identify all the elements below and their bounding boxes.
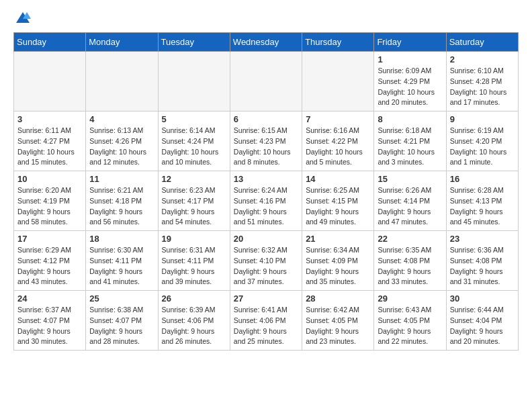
day-number: 8 [378, 114, 442, 124]
day-info: Sunrise: 6:37 AM Sunset: 4:07 PM Dayligh… [17, 305, 82, 347]
weekday-header-tuesday: Tuesday [158, 33, 230, 52]
calendar-cell: 23Sunrise: 6:36 AM Sunset: 4:08 PM Dayli… [446, 231, 518, 291]
calendar-cell: 5Sunrise: 6:14 AM Sunset: 4:24 PM Daylig… [158, 111, 230, 171]
day-info: Sunrise: 6:28 AM Sunset: 4:13 PM Dayligh… [450, 185, 515, 228]
calendar-cell: 22Sunrise: 6:35 AM Sunset: 4:08 PM Dayli… [374, 231, 446, 291]
calendar-cell: 3Sunrise: 6:11 AM Sunset: 4:27 PM Daylig… [14, 111, 86, 171]
weekday-header-friday: Friday [374, 33, 446, 52]
calendar-cell: 16Sunrise: 6:28 AM Sunset: 4:13 PM Dayli… [446, 171, 518, 231]
day-info: Sunrise: 6:31 AM Sunset: 4:11 PM Dayligh… [162, 245, 226, 287]
calendar-cell [158, 52, 230, 111]
header [13, 11, 519, 24]
logo-icon [15, 11, 31, 24]
weekday-header-thursday: Thursday [302, 33, 374, 52]
day-number: 24 [17, 293, 82, 304]
day-number: 18 [89, 234, 154, 244]
day-info: Sunrise: 6:36 AM Sunset: 4:08 PM Dayligh… [450, 245, 515, 287]
day-number: 12 [162, 174, 226, 184]
weekday-header-monday: Monday [86, 33, 158, 52]
calendar-cell: 15Sunrise: 6:26 AM Sunset: 4:14 PM Dayli… [374, 171, 446, 231]
day-info: Sunrise: 6:19 AM Sunset: 4:20 PM Dayligh… [450, 126, 515, 168]
day-number: 7 [306, 114, 370, 124]
day-info: Sunrise: 6:32 AM Sunset: 4:10 PM Dayligh… [234, 245, 298, 287]
day-info: Sunrise: 6:18 AM Sunset: 4:21 PM Dayligh… [378, 126, 442, 168]
weekday-header-sunday: Sunday [14, 33, 86, 52]
day-info: Sunrise: 6:09 AM Sunset: 4:29 PM Dayligh… [378, 66, 442, 108]
calendar-cell: 4Sunrise: 6:13 AM Sunset: 4:26 PM Daylig… [86, 111, 158, 171]
day-number: 4 [89, 114, 154, 124]
day-number: 9 [450, 114, 515, 124]
calendar-cell [302, 52, 374, 111]
weekday-header-saturday: Saturday [446, 33, 518, 52]
day-info: Sunrise: 6:13 AM Sunset: 4:26 PM Dayligh… [89, 126, 154, 168]
page-container: SundayMondayTuesdayWednesdayThursdayFrid… [0, 0, 532, 361]
day-number: 22 [378, 234, 442, 244]
calendar-cell: 7Sunrise: 6:16 AM Sunset: 4:22 PM Daylig… [302, 111, 374, 171]
day-info: Sunrise: 6:38 AM Sunset: 4:07 PM Dayligh… [89, 305, 154, 347]
calendar-cell [86, 52, 158, 111]
day-number: 13 [234, 174, 298, 184]
day-number: 23 [450, 234, 515, 244]
day-number: 16 [450, 174, 515, 184]
day-info: Sunrise: 6:15 AM Sunset: 4:23 PM Dayligh… [234, 126, 298, 168]
day-number: 29 [378, 293, 442, 304]
calendar-cell: 1Sunrise: 6:09 AM Sunset: 4:29 PM Daylig… [374, 52, 446, 111]
day-info: Sunrise: 6:42 AM Sunset: 4:05 PM Dayligh… [306, 305, 370, 347]
calendar-header: SundayMondayTuesdayWednesdayThursdayFrid… [14, 33, 519, 52]
calendar-cell: 21Sunrise: 6:34 AM Sunset: 4:09 PM Dayli… [302, 231, 374, 291]
calendar-cell: 8Sunrise: 6:18 AM Sunset: 4:21 PM Daylig… [374, 111, 446, 171]
calendar-week-1: 3Sunrise: 6:11 AM Sunset: 4:27 PM Daylig… [14, 111, 519, 171]
day-number: 14 [306, 174, 370, 184]
day-info: Sunrise: 6:44 AM Sunset: 4:04 PM Dayligh… [450, 305, 515, 347]
calendar-cell: 28Sunrise: 6:42 AM Sunset: 4:05 PM Dayli… [302, 291, 374, 351]
day-number: 10 [17, 174, 82, 184]
calendar-cell: 20Sunrise: 6:32 AM Sunset: 4:10 PM Dayli… [230, 231, 302, 291]
calendar-cell: 6Sunrise: 6:15 AM Sunset: 4:23 PM Daylig… [230, 111, 302, 171]
calendar-cell: 25Sunrise: 6:38 AM Sunset: 4:07 PM Dayli… [86, 291, 158, 351]
calendar-cell: 19Sunrise: 6:31 AM Sunset: 4:11 PM Dayli… [158, 231, 230, 291]
calendar-cell: 12Sunrise: 6:23 AM Sunset: 4:17 PM Dayli… [158, 171, 230, 231]
day-info: Sunrise: 6:24 AM Sunset: 4:16 PM Dayligh… [234, 185, 298, 228]
day-info: Sunrise: 6:11 AM Sunset: 4:27 PM Dayligh… [17, 126, 82, 168]
day-info: Sunrise: 6:35 AM Sunset: 4:08 PM Dayligh… [378, 245, 442, 287]
weekday-header-row: SundayMondayTuesdayWednesdayThursdayFrid… [14, 33, 519, 52]
day-info: Sunrise: 6:10 AM Sunset: 4:28 PM Dayligh… [450, 66, 515, 108]
calendar-week-4: 24Sunrise: 6:37 AM Sunset: 4:07 PM Dayli… [14, 291, 519, 351]
calendar-cell: 13Sunrise: 6:24 AM Sunset: 4:16 PM Dayli… [230, 171, 302, 231]
day-number: 25 [89, 293, 154, 304]
day-number: 15 [378, 174, 442, 184]
day-info: Sunrise: 6:23 AM Sunset: 4:17 PM Dayligh… [162, 185, 226, 228]
day-number: 30 [450, 293, 515, 304]
day-info: Sunrise: 6:20 AM Sunset: 4:19 PM Dayligh… [17, 185, 82, 228]
calendar-table: SundayMondayTuesdayWednesdayThursdayFrid… [13, 32, 519, 351]
day-number: 6 [234, 114, 298, 124]
calendar-cell: 18Sunrise: 6:30 AM Sunset: 4:11 PM Dayli… [86, 231, 158, 291]
day-number: 1 [378, 54, 442, 64]
calendar-cell: 26Sunrise: 6:39 AM Sunset: 4:06 PM Dayli… [158, 291, 230, 351]
calendar-cell: 2Sunrise: 6:10 AM Sunset: 4:28 PM Daylig… [446, 52, 518, 111]
day-info: Sunrise: 6:14 AM Sunset: 4:24 PM Dayligh… [162, 126, 226, 168]
day-info: Sunrise: 6:16 AM Sunset: 4:22 PM Dayligh… [306, 126, 370, 168]
day-number: 28 [306, 293, 370, 304]
calendar-cell: 11Sunrise: 6:21 AM Sunset: 4:18 PM Dayli… [86, 171, 158, 231]
day-number: 19 [162, 234, 226, 244]
day-info: Sunrise: 6:29 AM Sunset: 4:12 PM Dayligh… [17, 245, 82, 287]
day-info: Sunrise: 6:25 AM Sunset: 4:15 PM Dayligh… [306, 185, 370, 228]
day-info: Sunrise: 6:30 AM Sunset: 4:11 PM Dayligh… [89, 245, 154, 287]
calendar-cell: 30Sunrise: 6:44 AM Sunset: 4:04 PM Dayli… [446, 291, 518, 351]
day-info: Sunrise: 6:39 AM Sunset: 4:06 PM Dayligh… [162, 305, 226, 347]
day-number: 11 [89, 174, 154, 184]
calendar-week-0: 1Sunrise: 6:09 AM Sunset: 4:29 PM Daylig… [14, 52, 519, 111]
calendar-cell [14, 52, 86, 111]
calendar-cell: 27Sunrise: 6:41 AM Sunset: 4:06 PM Dayli… [230, 291, 302, 351]
day-info: Sunrise: 6:41 AM Sunset: 4:06 PM Dayligh… [234, 305, 298, 347]
logo [13, 11, 31, 24]
calendar-cell: 17Sunrise: 6:29 AM Sunset: 4:12 PM Dayli… [14, 231, 86, 291]
weekday-header-wednesday: Wednesday [230, 33, 302, 52]
calendar-cell: 9Sunrise: 6:19 AM Sunset: 4:20 PM Daylig… [446, 111, 518, 171]
calendar-week-2: 10Sunrise: 6:20 AM Sunset: 4:19 PM Dayli… [14, 171, 519, 231]
calendar-body: 1Sunrise: 6:09 AM Sunset: 4:29 PM Daylig… [14, 52, 519, 351]
day-number: 21 [306, 234, 370, 244]
day-info: Sunrise: 6:26 AM Sunset: 4:14 PM Dayligh… [378, 185, 442, 228]
day-number: 26 [162, 293, 226, 304]
